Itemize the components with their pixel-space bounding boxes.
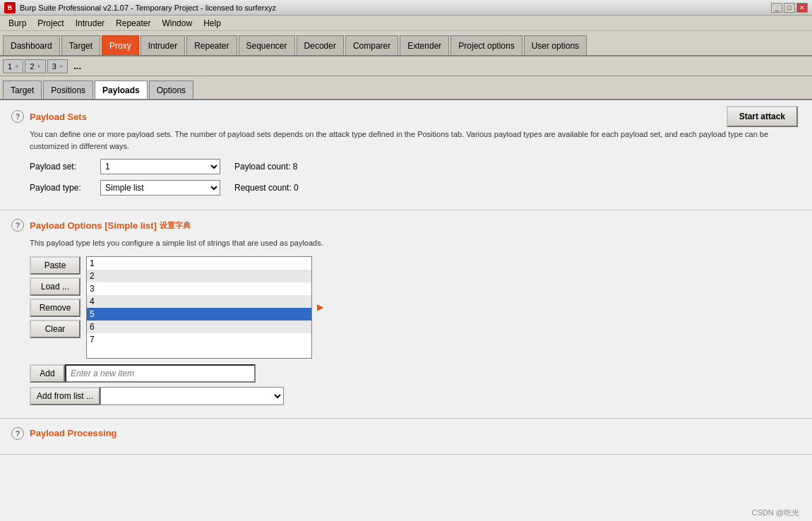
add-row: Add — [30, 364, 801, 383]
payload-sets-header: ? Payload Sets — [11, 110, 801, 123]
app-icon: B — [4, 2, 16, 13]
payload-set-select[interactable]: 1 2 — [100, 159, 220, 174]
add-input[interactable] — [65, 364, 256, 383]
payload-type-label: Payload type: — [30, 183, 100, 193]
close-tab-icon[interactable]: × — [15, 63, 18, 70]
payload-processing-help-icon[interactable]: ? — [11, 427, 24, 440]
add-from-list-button[interactable]: Add from list ... — [30, 387, 100, 405]
list-item[interactable]: 4 — [87, 295, 311, 308]
payload-processing-section: ? Payload Processing — [0, 419, 812, 455]
top-tabs: DashboardTargetProxyIntruderRepeaterSequ… — [0, 31, 812, 56]
menu-item-repeater[interactable]: Repeater — [110, 17, 156, 30]
inner-tab-positions[interactable]: Positions — [43, 80, 93, 99]
payload-sets-help-icon[interactable]: ? — [11, 110, 24, 123]
close-tab-icon[interactable]: × — [37, 63, 41, 70]
close-tab-icon[interactable]: × — [59, 63, 63, 70]
paste-button[interactable]: Paste — [30, 256, 80, 275]
payload-options-chinese: 设置字典 — [160, 220, 191, 231]
menu-item-window[interactable]: Window — [156, 17, 198, 30]
titlebar-left: B Burp Suite Professional v2.1.07 - Temp… — [4, 2, 276, 13]
maximize-button[interactable]: □ — [784, 3, 795, 13]
payload-count: Payload count: 8 — [234, 162, 297, 172]
number-tabs: 1 ×2 ×3 ×... — [0, 56, 812, 76]
list-item[interactable]: 5 — [87, 308, 311, 321]
menu-item-help[interactable]: Help — [198, 17, 227, 30]
payload-type-select[interactable]: Simple list Runtime file Custom iterator… — [100, 180, 220, 196]
payload-list-area: Paste Load ... Remove Clear 1 2 3 4 5 6 … — [30, 256, 801, 359]
top-tab-dashboard[interactable]: Dashboard — [3, 35, 60, 55]
request-count: Request count: 0 — [234, 183, 299, 193]
menu-item-project[interactable]: Project — [32, 17, 69, 30]
close-button[interactable]: ✕ — [796, 3, 808, 13]
top-tab-decoder[interactable]: Decoder — [297, 35, 344, 55]
main-content: Start attack ? Payload Sets You can defi… — [0, 100, 812, 521]
add-from-row: Add from list ... — [30, 387, 801, 405]
list-item[interactable]: 2 — [87, 270, 311, 282]
inner-tab-payloads[interactable]: Payloads — [95, 80, 148, 99]
payload-options-description: This payload type lets you configure a s… — [30, 237, 801, 249]
payload-sets-section: Start attack ? Payload Sets You can defi… — [0, 100, 812, 210]
payload-processing-header: ? Payload Processing — [11, 427, 801, 440]
payload-options-section: ? Payload Options [Simple list] 设置字典 Thi… — [0, 210, 812, 419]
payload-type-row: Payload type: Simple list Runtime file C… — [30, 180, 801, 196]
expand-arrow-icon[interactable]: ▶ — [317, 302, 323, 312]
menubar: BurpProjectIntruderRepeaterWindowHelp — [0, 16, 812, 31]
titlebar-controls[interactable]: _ □ ✕ — [771, 3, 808, 13]
top-tab-proxy[interactable]: Proxy — [102, 35, 139, 55]
top-tab-user-options[interactable]: User options — [524, 35, 587, 55]
list-item[interactable]: 7 — [87, 333, 311, 346]
payload-set-label: Payload set: — [30, 162, 100, 172]
start-attack-button[interactable]: Start attack — [727, 106, 798, 127]
add-button[interactable]: Add — [30, 364, 65, 383]
minimize-button[interactable]: _ — [771, 3, 782, 13]
remove-button[interactable]: Remove — [30, 299, 80, 317]
add-from-list-select[interactable] — [100, 387, 284, 405]
titlebar: B Burp Suite Professional v2.1.07 - Temp… — [0, 0, 812, 16]
top-tab-target[interactable]: Target — [61, 35, 100, 55]
payload-options-help-icon[interactable]: ? — [11, 219, 24, 232]
watermark: CSDN @吃光 — [752, 508, 799, 518]
window-title: Burp Suite Professional v2.1.07 - Tempor… — [20, 4, 276, 12]
clear-button[interactable]: Clear — [30, 320, 80, 338]
payload-options-title: Payload Options [Simple list] — [30, 220, 157, 231]
load-button[interactable]: Load ... — [30, 277, 80, 296]
payload-processing-title: Payload Processing — [30, 428, 117, 438]
payload-sets-description: You can define one or more payload sets.… — [30, 128, 801, 152]
more-tabs-button[interactable]: ... — [69, 59, 85, 73]
payload-listbox[interactable]: 1 2 3 4 5 6 7 — [86, 256, 312, 359]
number-tab-3[interactable]: 3 × — [47, 59, 68, 73]
inner-tabs: TargetPositionsPayloadsOptions — [0, 76, 812, 100]
side-buttons: Paste Load ... Remove Clear — [30, 256, 80, 359]
inner-tab-options[interactable]: Options — [149, 80, 193, 99]
top-tab-sequencer[interactable]: Sequencer — [239, 35, 295, 55]
number-tab-2[interactable]: 2 × — [25, 59, 45, 73]
number-tab-1[interactable]: 1 × — [3, 59, 23, 73]
payload-sets-title: Payload Sets — [30, 112, 87, 122]
menu-item-burp[interactable]: Burp — [3, 17, 32, 30]
top-tab-comparer[interactable]: Comparer — [345, 35, 398, 55]
payload-list-container: 1 2 3 4 5 6 7 ▶ — [86, 256, 312, 359]
top-tab-project-options[interactable]: Project options — [450, 35, 522, 55]
menu-item-intruder[interactable]: Intruder — [70, 17, 110, 30]
top-tab-repeater[interactable]: Repeater — [186, 35, 237, 55]
list-item[interactable]: 1 — [87, 257, 311, 270]
top-tab-extender[interactable]: Extender — [400, 35, 449, 55]
top-tab-intruder[interactable]: Intruder — [141, 35, 185, 55]
list-item[interactable]: 6 — [87, 321, 311, 333]
inner-tab-target[interactable]: Target — [3, 80, 42, 99]
payload-options-header: ? Payload Options [Simple list] 设置字典 — [11, 219, 801, 232]
list-item[interactable]: 3 — [87, 282, 311, 295]
payload-set-row: Payload set: 1 2 Payload count: 8 — [30, 159, 801, 174]
